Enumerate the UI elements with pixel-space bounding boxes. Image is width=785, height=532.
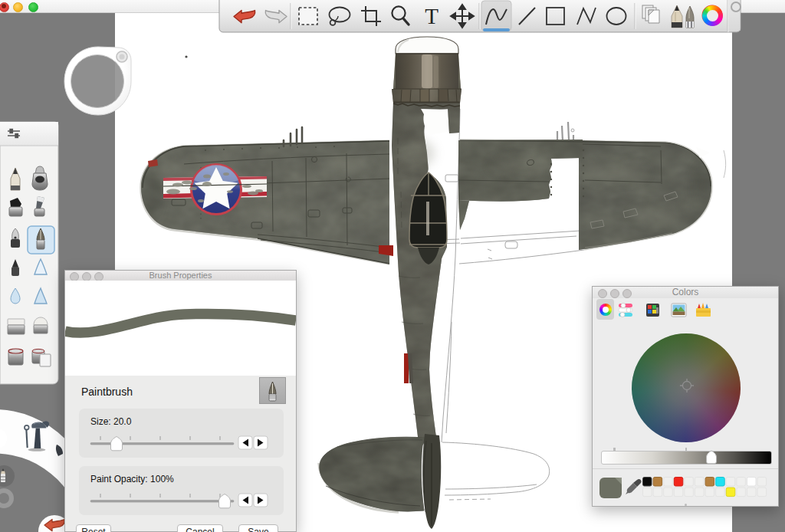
svg-text:T: T	[425, 4, 438, 28]
